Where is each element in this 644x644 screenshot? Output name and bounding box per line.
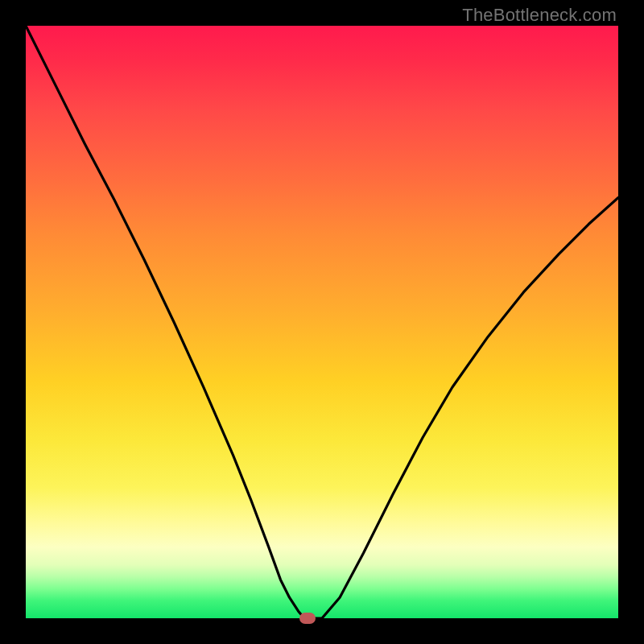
plot-area [26,26,618,618]
optimal-point-marker [299,613,316,624]
watermark-text: TheBottleneck.com [462,5,617,26]
chart-frame: TheBottleneck.com [0,0,644,644]
curve-svg [26,26,618,618]
bottleneck-curve [26,26,618,618]
